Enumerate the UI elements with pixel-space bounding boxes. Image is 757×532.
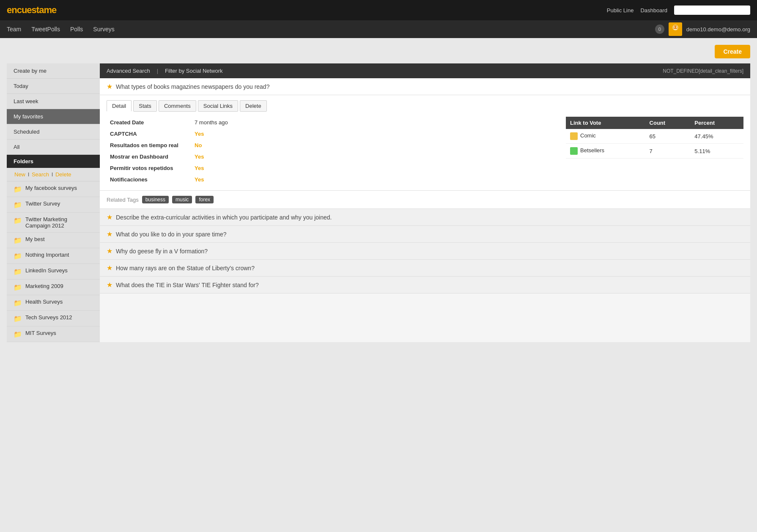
folder-my-facebook-surveys[interactable]: 📁 My facebook surveys (7, 181, 100, 197)
star-icon-5[interactable]: ★ (107, 264, 112, 272)
folder-icon: 📁 (14, 236, 22, 244)
tags-row: Related Tags business music forex (100, 191, 750, 209)
sidebar-item-all[interactable]: All (7, 140, 100, 155)
color-box-comic (570, 132, 578, 140)
nav-team[interactable]: Team (7, 26, 21, 33)
tab-stats[interactable]: Stats (133, 100, 157, 112)
search-bar: Advanced Search | Filter by Social Netwo… (100, 63, 750, 78)
vote-label-comic: Comic (566, 129, 645, 144)
detail-tabs: Detail Stats Comments Social Links Delet… (107, 100, 743, 112)
top-nav-search (674, 5, 750, 15)
detail-panel: Detail Stats Comments Social Links Delet… (100, 95, 750, 191)
detail-table: Created Date 7 months ago CAPTCHA Yes Re… (107, 117, 559, 185)
folder-icon: 📁 (14, 252, 22, 260)
sidebar-item-my-favorites[interactable]: My favorites (7, 109, 100, 124)
folder-health-surveys[interactable]: 📁 Health Surveys (7, 295, 100, 311)
sidebar-item-scheduled[interactable]: Scheduled (7, 124, 100, 140)
field-label: Resultados en tiempo real (107, 140, 191, 151)
tab-detail[interactable]: Detail (107, 100, 132, 112)
nav-surveys[interactable]: Surveys (93, 26, 115, 33)
star-icon-4[interactable]: ★ (107, 247, 112, 255)
folder-tech-surveys-2012[interactable]: 📁 Tech Surveys 2012 (7, 311, 100, 326)
folder-mit-surveys[interactable]: 📁 MIT Surveys (7, 326, 100, 342)
detail-left: Created Date 7 months ago CAPTCHA Yes Re… (107, 117, 559, 185)
tag-business[interactable]: business (142, 196, 169, 203)
svg-point-3 (673, 27, 675, 28)
field-value: Yes (191, 162, 559, 174)
star-icon-2[interactable]: ★ (107, 213, 112, 221)
new-folder-link[interactable]: New (14, 171, 25, 178)
top-nav-right: Public Line Dashboard (607, 5, 750, 15)
tab-delete[interactable]: Delete (240, 100, 267, 112)
filter-social-link[interactable]: Filter by Social Network (165, 68, 223, 74)
field-label: CAPTCHA (107, 128, 191, 140)
tab-social-links[interactable]: Social Links (198, 100, 238, 112)
folder-icon: 📁 (14, 185, 22, 193)
folder-icon: 📁 (14, 201, 22, 209)
folder-nothing-important[interactable]: 📁 Nothing Important (7, 248, 100, 264)
folder-twitter-survey[interactable]: 📁 Twitter Survey (7, 197, 100, 213)
detail-row-created: Created Date 7 months ago (107, 117, 559, 128)
sidebar-item-today[interactable]: Today (7, 79, 100, 94)
main-content: Advanced Search | Filter by Social Netwo… (100, 63, 750, 342)
survey-item-2[interactable]: ★ Describe the extra-curricular activiti… (100, 209, 750, 226)
survey-text-4: Why do geese fly in a V formation? (116, 248, 208, 255)
detail-right: Link to Vote Count Percent Comic (566, 117, 743, 185)
survey-text-5: How many rays are on the Statue of Liber… (116, 265, 255, 271)
survey-item-5[interactable]: ★ How many rays are on the Statue of Lib… (100, 260, 750, 277)
content-layout: Create by me Today Last week My favorite… (7, 63, 750, 342)
tag-music[interactable]: music (172, 196, 192, 203)
tags-label: Related Tags (107, 197, 139, 203)
sec-nav-left: Team TweetPolls Polls Surveys (7, 26, 115, 33)
col-count: Count (645, 117, 691, 129)
star-icon-1[interactable]: ★ (107, 82, 112, 90)
survey-text-1: What types of books magazines newspapers… (116, 83, 269, 90)
sidebar-item-last-week[interactable]: Last week (7, 94, 100, 109)
field-value: Yes (191, 174, 559, 185)
survey-item-1[interactable]: ★ What types of books magazines newspape… (100, 78, 750, 95)
field-label: Created Date (107, 117, 191, 128)
star-icon-3[interactable]: ★ (107, 230, 112, 238)
folder-marketing-2009[interactable]: 📁 Marketing 2009 (7, 280, 100, 295)
sidebar-item-create-by-me[interactable]: Create by me (7, 63, 100, 79)
vote-percent-comic: 47.45% (690, 129, 743, 144)
logo: encuestame (7, 5, 56, 16)
public-line-link[interactable]: Public Line (607, 7, 634, 14)
folder-icon: 📁 (14, 330, 22, 338)
vote-header-row: Link to Vote Count Percent (566, 117, 743, 129)
detail-row-notificaciones: Notificaciones Yes (107, 174, 559, 185)
create-button[interactable]: Create (715, 45, 750, 58)
sec-nav: Team TweetPolls Polls Surveys 0 demo10.d… (0, 20, 757, 38)
notification-badge[interactable]: 0 (655, 25, 664, 34)
star-icon-6[interactable]: ★ (107, 281, 112, 289)
survey-item-3[interactable]: ★ What do you like to do in your spare t… (100, 226, 750, 243)
delete-folder-link[interactable]: Delete (55, 171, 71, 178)
search-folder-link[interactable]: Search (32, 171, 49, 178)
folder-linkedin-surveys[interactable]: 📁 LinkedIn Surveys (7, 264, 100, 280)
search-bar-left: Advanced Search | Filter by Social Netwo… (107, 68, 223, 74)
detail-row-votos: Permitir votos repetidos Yes (107, 162, 559, 174)
col-percent: Percent (690, 117, 743, 129)
advanced-search-link[interactable]: Advanced Search (107, 68, 150, 74)
folder-icon: 📁 (14, 299, 22, 307)
tag-forex[interactable]: forex (195, 196, 214, 203)
survey-item-6[interactable]: ★ What does the TIE in Star Wars' TIE Fi… (100, 277, 750, 293)
top-search-input[interactable] (674, 5, 750, 15)
col-link-to-vote: Link to Vote (566, 117, 645, 129)
vote-table: Link to Vote Count Percent Comic (566, 117, 743, 159)
vote-row-comic: Comic 65 47.45% (566, 129, 743, 144)
dashboard-link[interactable]: Dashboard (640, 7, 667, 14)
svg-point-4 (676, 27, 677, 28)
nav-tweetpolls[interactable]: TweetPolls (31, 26, 60, 33)
tab-comments[interactable]: Comments (159, 100, 196, 112)
logo-text1: encuesta (7, 5, 44, 15)
vote-count-betsellers: 7 (645, 144, 691, 159)
detail-row-dashboard: Mostrar en Dashboard Yes (107, 151, 559, 162)
nav-polls[interactable]: Polls (70, 26, 83, 33)
user-email: demo10.demo@demo.org (686, 26, 750, 33)
vote-percent-betsellers: 5.11% (690, 144, 743, 159)
folder-twitter-marketing[interactable]: 📁 Twitter Marketing Campaign 2012 (7, 213, 100, 233)
top-nav: encuestame Public Line Dashboard (0, 0, 757, 20)
survey-item-4[interactable]: ★ Why do geese fly in a V formation? (100, 243, 750, 260)
folder-my-best[interactable]: 📁 My best (7, 233, 100, 248)
